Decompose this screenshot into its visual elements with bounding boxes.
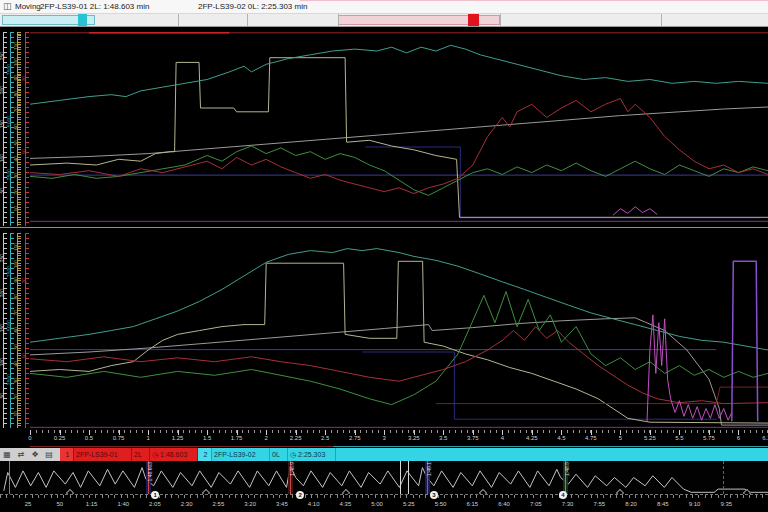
axis-label-speed-axis: 100 <box>0 154 5 162</box>
axis-label-throttle-axis: 20 <box>14 189 19 195</box>
time-tick-label: 25 <box>25 501 32 507</box>
distance-tick-label: 3.25 <box>408 435 420 441</box>
lap-extent-line-a <box>30 446 333 447</box>
lap-number-badge[interactable]: 1 <box>151 491 159 499</box>
compare-icon[interactable]: ⇄ <box>14 448 28 461</box>
overlay-icon[interactable]: ❖ <box>28 448 42 461</box>
lap-a-laps[interactable]: 2L <box>132 448 150 461</box>
time-tick-label: 6:15 <box>467 501 479 507</box>
trace-khaki-step <box>30 58 768 218</box>
distance-axis-ticks <box>30 430 768 433</box>
time-tick-label: 3:45 <box>276 501 288 507</box>
lap-b-time[interactable]: ◷ 2:25.303 <box>288 448 336 461</box>
lap-number-badge[interactable]: 2 <box>296 491 304 499</box>
lap-marker-time: 1:48.9 <box>289 462 295 476</box>
overview-canvas <box>0 461 768 494</box>
time-axis-ticks <box>0 495 768 498</box>
time-tick-label: 4:10 <box>308 501 320 507</box>
title-bar: ◫ Moving 2FP-LS39-01 2L: 1:48.603 min 2F… <box>0 0 768 14</box>
time-tick-label: 50 <box>56 501 63 507</box>
axis-label-speed-axis: 250 <box>0 254 5 262</box>
axis-label-throttle-axis: 10 <box>14 411 19 417</box>
distance-tick-label: 3.5 <box>439 435 447 441</box>
time-tick-label: 7:05 <box>530 501 542 507</box>
lap-b-name[interactable]: 2FP-LS39-02 <box>212 448 270 461</box>
time-tick-label: 1:15 <box>86 501 98 507</box>
distance-tick-label: 6.25 <box>762 435 768 441</box>
lap-b-laps[interactable]: 0L <box>270 448 288 461</box>
time-tick-label: 9:35 <box>720 501 732 507</box>
lap-a-name[interactable]: 2FP-LS39-01 <box>74 448 132 461</box>
axis-label-brake-axis: 10 <box>22 353 27 359</box>
lap-b-num[interactable]: 2 <box>198 448 212 461</box>
list-icon[interactable]: ▤ <box>42 448 56 461</box>
lap-legend-bar: ▦⇄❖▤12FP-LS39-012L◷ 1:48.60322FP-LS39-02… <box>0 448 768 461</box>
bottom-graph-axes: 2502001501005075005000250011010090807060… <box>0 233 30 428</box>
lap-marker-time: 1:48.603 <box>147 462 153 481</box>
time-tick-label: 5:00 <box>371 501 383 507</box>
top-graph-plot[interactable] <box>30 32 768 222</box>
distance-tick-label: 1.75 <box>231 435 243 441</box>
trace-gray-ramp <box>30 107 768 158</box>
lap-number-badge[interactable]: 4 <box>559 491 567 499</box>
bottom-graph-plot[interactable] <box>30 233 768 428</box>
time-tick-label: 8:45 <box>657 501 669 507</box>
mode-label: Moving <box>15 2 41 11</box>
distance-tick-label: 5.5 <box>675 435 683 441</box>
lap-b-fill <box>336 448 768 461</box>
distance-tick-label: 3 <box>383 435 386 441</box>
telemetry-window: ◫ Moving 2FP-LS39-01 2L: 1:48.603 min 2F… <box>0 0 768 512</box>
time-tick-label: 9:10 <box>689 501 701 507</box>
axis-ticks-speed-axis <box>4 32 7 226</box>
trace-speed-overview <box>4 466 768 492</box>
lap-marker-line <box>723 461 725 494</box>
window-accent-line <box>300 0 768 1</box>
trace-gray-ramp <box>30 318 768 425</box>
session-b-title: 2FP-LS39-02 0L: 2:25.303 min <box>198 2 307 11</box>
axis-label-throttle-axis: 100 <box>14 58 19 66</box>
bottom-graph-canvas <box>30 233 768 428</box>
axis-label-speed-axis: 150 <box>0 120 5 128</box>
axis-label-throttle-axis: 70 <box>14 310 19 316</box>
lap-marker-time: 1:49.1 <box>426 462 432 476</box>
trace-speed-teal <box>30 249 768 350</box>
axis-label-speed-axis: 150 <box>0 324 5 332</box>
lap-a-num[interactable]: 1 <box>60 448 74 461</box>
range-thumb-b[interactable] <box>468 14 480 26</box>
axis-label-rpm-axis: 5000 <box>7 320 12 331</box>
distance-tick-label: 0 <box>28 435 31 441</box>
axis-label-throttle-axis: 70 <box>14 107 19 113</box>
axis-label-brake-axis: 20 <box>22 76 27 82</box>
range-thumb-a[interactable] <box>78 14 86 26</box>
distance-tick-label: 2.25 <box>290 435 302 441</box>
lap-number-badge[interactable]: 3 <box>430 491 438 499</box>
axis-label-throttle-axis: 100 <box>14 260 19 268</box>
distance-tick-label: 4 <box>501 435 504 441</box>
legend-toolbar: ▦⇄❖▤ <box>0 448 56 461</box>
distance-tick-label: 2.5 <box>321 435 329 441</box>
lap-extent-line-b <box>333 446 768 447</box>
axis-label-rpm-axis: 2500 <box>7 169 12 180</box>
axis-label-brake-axis: 10 <box>22 149 27 155</box>
axis-label-speed-axis: 50 <box>0 393 5 399</box>
time-tick-label: 8:20 <box>625 501 637 507</box>
distance-tick-label: 6 <box>737 435 740 441</box>
axis-label-speed-axis: 200 <box>0 289 5 297</box>
distance-tick-label: 0.25 <box>54 435 66 441</box>
axis-label-throttle-axis: 30 <box>14 378 19 384</box>
trace-magenta-noise <box>647 315 732 421</box>
time-tick-label: 2:30 <box>181 501 193 507</box>
axis-label-throttle-axis: 40 <box>14 361 19 367</box>
session-overview-strip[interactable]: 1:48.6031:48.91:49.11:48.5 <box>0 461 768 494</box>
time-tick-label: 2:55 <box>213 501 225 507</box>
axis-label-throttle-axis: 80 <box>14 91 19 97</box>
range-scrollbar[interactable] <box>0 13 768 27</box>
chart-icon[interactable]: ▦ <box>0 448 14 461</box>
axis-label-rpm-axis: 2500 <box>7 374 12 385</box>
axis-label-rpm-axis: 7500 <box>7 266 12 277</box>
time-tick-label: 5:50 <box>435 501 447 507</box>
distance-tick-label: 3.75 <box>467 435 479 441</box>
range-divider <box>500 14 501 26</box>
lap-marker-line <box>408 461 409 494</box>
lap-a-time[interactable]: ◷ 1:48.603 <box>150 448 198 461</box>
